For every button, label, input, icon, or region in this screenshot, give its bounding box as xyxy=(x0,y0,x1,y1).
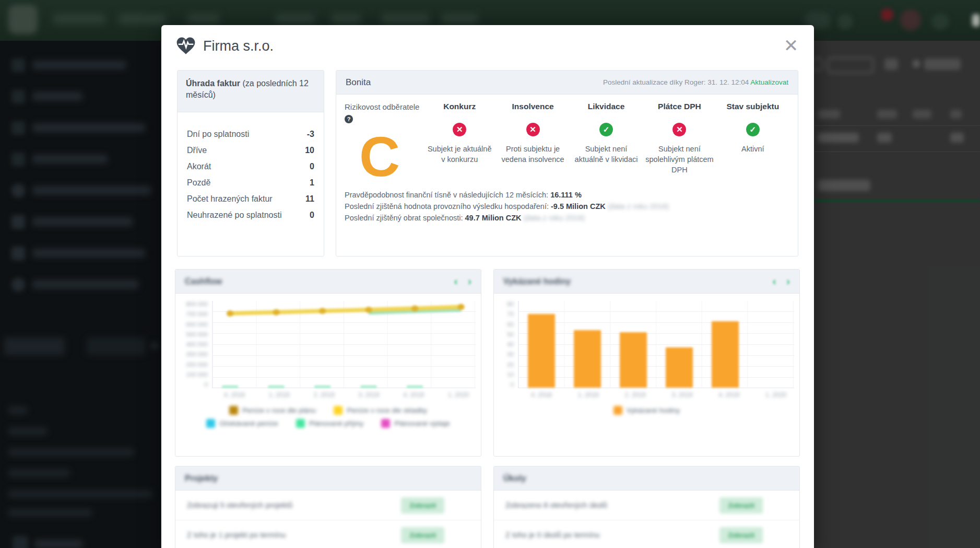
tasks-title: Úkoly xyxy=(503,474,526,483)
last-update-text: Poslední aktualizace díky Roger: 31. 12.… xyxy=(603,78,749,86)
row-text: Zobrazeno 8 otevřených úkolů xyxy=(505,501,607,509)
cross-circle-icon: ✕ xyxy=(672,123,686,136)
show-button[interactable]: Zobrazit xyxy=(401,497,444,514)
close-icon[interactable]: ✕ xyxy=(782,37,800,55)
cashflow-y-axis: 800 000700 000600 000500 000400 000300 0… xyxy=(179,301,212,388)
page-title: Firma s.r.o. xyxy=(203,38,274,54)
status-column: Konkurz ✕ Subjekt je aktuálně v konkurzu xyxy=(423,102,496,183)
row-value: 1 xyxy=(310,174,314,191)
invoice-summary-panel: Úhrada faktur (za posledních 12 měsíců) … xyxy=(177,70,324,256)
row-label: Neuhrazené po splatnosti xyxy=(187,207,281,223)
row-value: 10 xyxy=(305,142,314,158)
row-text: Z toho je 0 úkolů po termínu xyxy=(505,531,600,539)
show-button[interactable]: Zobrazit xyxy=(401,527,444,543)
help-icon[interactable]: ? xyxy=(345,115,353,123)
legend-item: Vykázané hodiny xyxy=(613,406,680,415)
show-button[interactable]: Zobrazit xyxy=(719,527,763,543)
table-row: Neuhrazené po splatnosti0 xyxy=(187,207,314,223)
table-row: Počet hrazených faktur11 xyxy=(187,191,314,207)
projects-card: Projekty Zobrazuji 5 otevřených projektů… xyxy=(175,466,481,548)
risk-grade: C xyxy=(359,131,423,183)
list-item: Zobrazuji 5 otevřených projektů Zobrazit xyxy=(175,491,481,520)
row-text: Z toho je 1 projekt po termínu xyxy=(187,531,286,539)
bonita-title: Bonita xyxy=(346,77,371,88)
status-desc: Proti subjektu je vedena insolvence xyxy=(498,144,567,165)
update-link[interactable]: Aktualizovat xyxy=(750,78,788,86)
status-title: Likvidace xyxy=(572,102,641,111)
check-circle-icon: ✓ xyxy=(599,123,613,136)
row-value: 11 xyxy=(305,191,314,207)
row-label: Dříve xyxy=(187,142,207,158)
cashflow-card: Cashflow ‹› 800 000700 000600 000500 000… xyxy=(175,269,481,457)
company-detail-modal: Firma s.r.o. ✕ Úhrada faktur (za posledn… xyxy=(161,25,814,548)
status-column: Plátce DPH ✕ Subjekt není spolehlivým pl… xyxy=(643,102,716,183)
fact-line: Poslední zjištěný obrat společnosti: 49.… xyxy=(345,212,789,224)
status-title: Plátce DPH xyxy=(645,102,714,111)
next-button[interactable]: › xyxy=(786,275,790,287)
check-circle-icon: ✓ xyxy=(746,123,760,136)
fact-line: Pravděpodobnost finanční tísně v následu… xyxy=(345,189,789,201)
list-item: Z toho je 0 úkolů po termínu Zobrazit xyxy=(494,520,799,548)
row-text: Zobrazuji 5 otevřených projektů xyxy=(187,501,292,509)
status-desc: Subjekt je aktuálně v konkurzu xyxy=(425,144,494,165)
status-column: Stav subjektu ✓ Aktivní xyxy=(716,102,789,183)
cross-circle-icon: ✕ xyxy=(453,123,466,136)
hours-y-axis: 80706050403020100 xyxy=(497,301,518,388)
cashflow-legend: Peníze v roce dle plánu Peníze v roce dl… xyxy=(175,406,481,428)
table-row: Dní po splatnosti-3 xyxy=(187,126,314,142)
bonita-facts: Pravděpodobnost finanční tísně v následu… xyxy=(336,183,798,224)
row-label: Akorát xyxy=(187,158,211,174)
heartbeat-icon xyxy=(176,37,196,55)
status-desc: Subjekt není aktuálně v likvidaci xyxy=(572,144,641,165)
legend-item: Plánované příjmy xyxy=(296,419,363,428)
hours-card: Vykázané hodiny ‹› 80706050403020100 4. … xyxy=(493,269,800,457)
table-row: Dříve10 xyxy=(187,142,314,158)
legend-item: Peníze v roce dle plánu xyxy=(229,406,316,415)
invoice-panel-header: Úhrada faktur (za posledních 12 měsíců) xyxy=(178,71,324,112)
row-value: 0 xyxy=(310,158,314,174)
fact-line: Poslední zjištěná hodnota provozního výs… xyxy=(345,201,789,212)
invoice-panel-title: Úhrada faktur xyxy=(186,79,240,88)
row-label: Pozdě xyxy=(187,174,210,191)
bonita-panel: Bonita Poslední aktualizace díky Roger: … xyxy=(336,70,798,256)
cross-circle-icon: ✕ xyxy=(526,123,540,136)
prev-button[interactable]: ‹ xyxy=(773,275,776,287)
hours-bars xyxy=(518,301,794,388)
status-title: Konkurz xyxy=(425,102,494,111)
next-button[interactable]: › xyxy=(468,275,471,287)
legend-item: Peníze v roce dle skladby xyxy=(334,406,427,415)
list-item: Z toho je 1 projekt po termínu Zobrazit xyxy=(175,520,481,548)
status-column: Insolvence ✕ Proti subjektu je vedena in… xyxy=(496,102,569,183)
row-value: 0 xyxy=(310,207,314,223)
row-value: -3 xyxy=(307,126,314,142)
list-item: Zobrazeno 8 otevřených úkolů Zobrazit xyxy=(494,491,799,520)
app-canvas: Firma s.r.o. ✕ Úhrada faktur (za posledn… xyxy=(0,0,980,548)
cashflow-plot xyxy=(212,301,476,388)
status-title: Stav subjektu xyxy=(718,102,787,111)
legend-item: Plánované výdaje xyxy=(381,419,450,428)
invoice-rows: Dní po splatnosti-3 Dříve10 Akorát0 Pozd… xyxy=(178,112,324,223)
cashflow-x-axis: 4. 20181. 20192. 20193. 20194. 20191. 20… xyxy=(212,391,481,399)
cashflow-title: Cashflow xyxy=(185,277,222,286)
status-desc: Subjekt není spolehlivým plátcem DPH xyxy=(645,144,714,175)
row-label: Dní po splatnosti xyxy=(187,126,249,142)
table-row: Akorát0 xyxy=(187,158,314,174)
hours-x-axis: 4. 20181. 20192. 20193. 20194. 20191. 20… xyxy=(518,391,799,399)
hours-title: Vykázané hodiny xyxy=(503,277,571,286)
hours-plot xyxy=(518,301,794,388)
risk-block: Rizikovost odběratele ? C xyxy=(345,102,423,183)
hours-legend: Vykázané hodiny xyxy=(494,406,799,415)
tasks-card: Úkoly Zobrazeno 8 otevřených úkolů Zobra… xyxy=(493,466,800,548)
status-column: Likvidace ✓ Subjekt není aktuálně v likv… xyxy=(570,102,643,183)
risk-label: Rizikovost odběratele xyxy=(345,102,419,111)
bonita-last-update: Poslední aktualizace díky Roger: 31. 12.… xyxy=(603,78,788,86)
status-title: Insolvence xyxy=(498,102,567,111)
projects-title: Projekty xyxy=(185,474,218,483)
show-button[interactable]: Zobrazit xyxy=(719,497,763,514)
legend-item: Očekávané peníze xyxy=(206,419,278,428)
prev-button[interactable]: ‹ xyxy=(454,275,458,287)
table-row: Pozdě1 xyxy=(187,174,314,191)
status-desc: Aktivní xyxy=(718,144,787,154)
row-label: Počet hrazených faktur xyxy=(187,191,273,207)
